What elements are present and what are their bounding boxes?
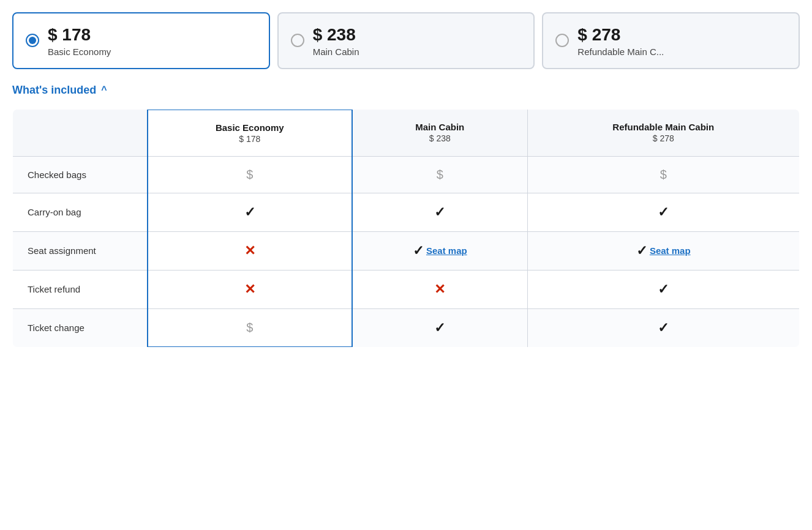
- feature-cell: Seat assignment: [13, 231, 148, 270]
- table-row: Carry-on bag✓✓✓: [13, 193, 800, 231]
- col-header-name-main-cabin: Main Cabin: [367, 122, 512, 132]
- col-header-price-main-cabin: $ 238: [367, 133, 512, 143]
- table-col-header-main-cabin: Main Cabin$ 238: [352, 110, 527, 157]
- fare-card-price-main-cabin: $ 238: [313, 24, 359, 45]
- table-row: Ticket change$✓✓: [13, 308, 800, 347]
- value-cell-basic-economy: $: [148, 308, 353, 347]
- fare-card-info-main-cabin: $ 238Main Cabin: [313, 24, 359, 57]
- value-cell-refundable-main-cabin: ✓Seat map: [527, 231, 800, 270]
- table-row: Checked bags$$$: [13, 156, 800, 193]
- col-header-price-refundable-main-cabin: $ 278: [543, 133, 785, 143]
- value-cell-basic-economy: ✕: [148, 231, 353, 270]
- fare-card-radio-refundable-main-cabin: [555, 34, 569, 47]
- checkmark-icon: ✓: [658, 282, 669, 297]
- checkmark-icon: ✓: [658, 204, 669, 220]
- comparison-table: Basic Economy$ 178Main Cabin$ 238Refunda…: [12, 109, 800, 348]
- table-body: Checked bags$$$Carry-on bag✓✓✓Seat assig…: [13, 156, 800, 347]
- value-cell-refundable-main-cabin: ✓: [527, 308, 800, 347]
- table-col-header-basic-economy: Basic Economy$ 178: [148, 110, 353, 157]
- fare-card-price-refundable-main-cabin: $ 278: [577, 24, 664, 45]
- fare-card-main-cabin[interactable]: $ 238Main Cabin: [277, 12, 535, 69]
- seat-map-link[interactable]: Seat map: [650, 245, 691, 256]
- table-row: Seat assignment✕✓Seat map✓Seat map: [13, 231, 800, 270]
- cross-icon: ✕: [434, 282, 445, 297]
- feature-cell: Carry-on bag: [13, 193, 148, 231]
- checkmark-icon: ✓: [434, 320, 445, 335]
- fare-card-name-main-cabin: Main Cabin: [313, 47, 359, 57]
- fare-card-refundable-main-cabin[interactable]: $ 278Refundable Main C...: [542, 12, 800, 69]
- value-cell-basic-economy: $: [148, 156, 353, 193]
- fare-card-price-basic-economy: $ 178: [48, 24, 111, 45]
- table-row: Ticket refund✕✕✓: [13, 270, 800, 308]
- table-header: Basic Economy$ 178Main Cabin$ 238Refunda…: [13, 110, 800, 157]
- dollar-icon: $: [246, 321, 253, 334]
- checkmark-icon: ✓: [434, 204, 445, 220]
- fare-card-basic-economy[interactable]: $ 178Basic Economy: [12, 12, 270, 69]
- value-cell-main-cabin: ✓: [352, 193, 527, 231]
- fare-card-info-refundable-main-cabin: $ 278Refundable Main C...: [577, 24, 664, 57]
- seat-map-cell: ✓Seat map: [543, 243, 785, 259]
- fare-card-radio-basic-economy: [26, 34, 39, 47]
- whats-included-label: What's included: [12, 84, 96, 97]
- value-cell-main-cabin: ✕: [352, 270, 527, 308]
- value-cell-refundable-main-cabin: ✓: [527, 270, 800, 308]
- checkmark-icon: ✓: [244, 204, 255, 220]
- value-cell-main-cabin: ✓: [352, 308, 527, 347]
- fare-card-name-refundable-main-cabin: Refundable Main C...: [577, 47, 664, 57]
- col-header-price-basic-economy: $ 178: [163, 134, 337, 144]
- value-cell-refundable-main-cabin: ✓: [527, 193, 800, 231]
- cross-icon: ✕: [244, 282, 255, 297]
- dollar-icon: $: [660, 168, 667, 181]
- value-cell-main-cabin: $: [352, 156, 527, 193]
- seat-map-link[interactable]: Seat map: [426, 245, 467, 256]
- feature-cell: Ticket change: [13, 308, 148, 347]
- fare-card-name-basic-economy: Basic Economy: [48, 47, 111, 57]
- fare-card-radio-main-cabin: [291, 34, 304, 47]
- checkmark-icon: ✓: [413, 243, 424, 259]
- table-col-header-refundable-main-cabin: Refundable Main Cabin$ 278: [527, 110, 800, 157]
- checkmark-icon: ✓: [658, 320, 669, 335]
- dollar-icon: $: [437, 168, 443, 181]
- col-header-name-refundable-main-cabin: Refundable Main Cabin: [543, 122, 785, 132]
- cross-icon: ✕: [244, 243, 255, 258]
- value-cell-basic-economy: ✓: [148, 193, 353, 231]
- fare-card-info-basic-economy: $ 178Basic Economy: [48, 24, 111, 57]
- whats-included-toggle[interactable]: What's included ^: [12, 84, 800, 97]
- table-header-feature: [13, 110, 148, 157]
- seat-map-cell: ✓Seat map: [367, 243, 512, 259]
- chevron-up-icon: ^: [101, 84, 107, 95]
- value-cell-main-cabin: ✓Seat map: [352, 231, 527, 270]
- checkmark-icon: ✓: [636, 243, 647, 259]
- dollar-icon: $: [246, 168, 253, 181]
- col-header-name-basic-economy: Basic Economy: [163, 122, 337, 133]
- table-header-row: Basic Economy$ 178Main Cabin$ 238Refunda…: [13, 110, 800, 157]
- feature-cell: Checked bags: [13, 156, 148, 193]
- feature-cell: Ticket refund: [13, 270, 148, 308]
- value-cell-refundable-main-cabin: $: [527, 156, 800, 193]
- value-cell-basic-economy: ✕: [148, 270, 353, 308]
- fare-cards-container: $ 178Basic Economy$ 238Main Cabin$ 278Re…: [12, 12, 800, 69]
